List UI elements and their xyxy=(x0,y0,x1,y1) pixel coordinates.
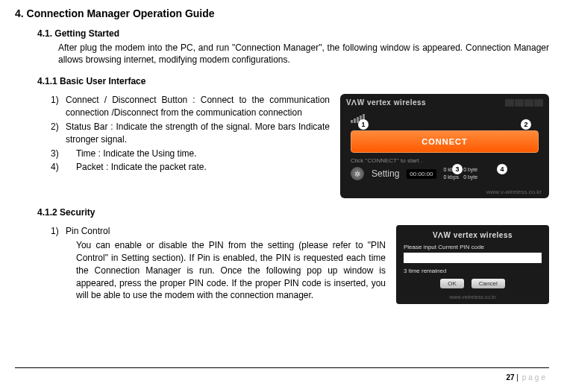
attempts-remaining: 3 time remained xyxy=(404,268,542,274)
setting-button[interactable]: Setting xyxy=(372,168,399,179)
pin-label: Please input Current PIN code xyxy=(404,244,542,250)
connect-button[interactable]: CONNECT xyxy=(351,130,539,153)
timer-display: 00:00:00 xyxy=(407,169,436,179)
section-heading-4-1-2: 4.1.2 Security xyxy=(37,207,549,218)
footer-rule xyxy=(15,367,549,368)
section-heading-4-1: 4.1. Getting Started xyxy=(37,28,549,39)
list-item: 1) Pin Control xyxy=(51,225,386,238)
callout-badge-1: 1 xyxy=(358,119,369,130)
dialog-url: www.vwireless.co.kr xyxy=(404,294,542,300)
figure-connection-manager-window: VᐱW vertex wireless CONNECT Click "CONNE… xyxy=(340,94,549,198)
window-controls[interactable] xyxy=(505,99,543,107)
list-number: 4) xyxy=(51,161,66,174)
callout-badge-2: 2 xyxy=(521,119,531,130)
list-number: 3) xyxy=(51,148,66,160)
list-text: Packet : Indicate the packet rate. xyxy=(76,161,330,174)
rate-up-bytes: 0 byte xyxy=(463,167,477,173)
dialog-logo: VᐱW vertex wireless xyxy=(404,231,542,239)
page-footer: 27 | page xyxy=(506,373,548,382)
list-title: Pin Control xyxy=(66,225,386,238)
rate-dn-kbps: 0 kbps xyxy=(444,174,460,180)
intro-paragraph: After plug the modem into the PC, and ru… xyxy=(58,42,549,66)
list-item: 3) Time : Indicate the Using time. xyxy=(51,148,330,160)
figure-url: www.v-wireless.co.kr xyxy=(486,189,542,195)
section-heading-4: 4. Connection Manager Operation Guide xyxy=(15,7,549,19)
list-item: 4) Packet : Indicate the packet rate. xyxy=(51,161,330,174)
page-word: page xyxy=(522,373,548,382)
list-number: 1) xyxy=(51,225,66,238)
list-item: 1) Connect / Disconnect Button : Connect… xyxy=(51,94,330,119)
page-sep: | xyxy=(515,373,521,382)
rate-dn-bytes: 0 byte xyxy=(463,174,477,180)
security-list: 1) Pin Control You can enable or disable… xyxy=(51,225,386,302)
gear-icon[interactable]: ✲ xyxy=(351,167,364,180)
app-logo: VᐱW vertex wireless xyxy=(346,98,426,107)
list-number: 1) xyxy=(51,94,66,119)
list-text: Connect / Disconnect Button : Connect to… xyxy=(66,94,330,119)
connect-hint: Click "CONNECT" to start . xyxy=(340,157,549,164)
page-number: 27 xyxy=(506,373,514,382)
basic-list: 1) Connect / Disconnect Button : Connect… xyxy=(51,94,330,198)
list-text: Time : Indicate the Using time. xyxy=(76,148,330,160)
list-body: You can enable or disable the PIN from t… xyxy=(76,239,386,302)
section-heading-4-1-1: 4.1.1 Basic User Interface xyxy=(37,76,549,86)
cancel-button[interactable]: Cancel xyxy=(471,279,505,288)
pin-input[interactable] xyxy=(404,253,542,263)
list-item: 2) Status Bar : Indicate the strength of… xyxy=(51,121,330,146)
figure-pin-dialog: VᐱW vertex wireless Please input Current… xyxy=(396,225,549,304)
list-number: 2) xyxy=(51,121,66,146)
ok-button[interactable]: OK xyxy=(440,279,464,288)
list-text: Status Bar : Indicate the strength of th… xyxy=(66,121,330,146)
